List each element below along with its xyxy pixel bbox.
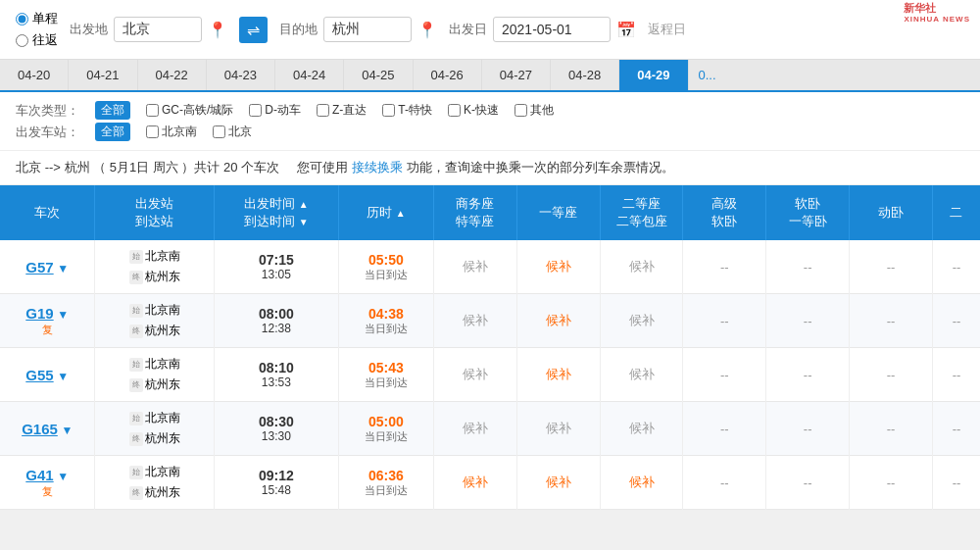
train-type-label: 车次类型： [16,102,79,120]
shang-value-2: 候补 [463,367,488,381]
route-weekday: 周六 [153,160,178,175]
train-dropdown-icon-0[interactable]: ▼ [57,262,69,275]
train-num-G55[interactable]: G55 [25,367,53,383]
er-cell-2[interactable]: 候补 [600,348,683,402]
ruanwo-cell-2: -- [766,348,850,402]
from-station-name-1: 北京南 [145,302,180,319]
to-label: 目的地 [279,21,318,38]
to-input[interactable] [323,17,412,42]
yi-cell-3[interactable]: 候补 [516,402,600,456]
dongwo-cell-2: -- [850,348,933,402]
date-tab-0420[interactable]: 04-20 [0,60,69,90]
train-dropdown-icon-3[interactable]: ▼ [61,424,73,437]
date-tab-0426[interactable]: 04-26 [414,60,482,90]
single-trip-option[interactable]: 单程 [16,10,58,27]
shang-value-4: 候补 [463,475,488,489]
dongwo-value-3: -- [887,422,896,436]
date-tab-0424[interactable]: 04-24 [275,60,344,90]
yi-value-1: 候补 [546,313,571,327]
d-filter[interactable]: D-动车 [249,102,301,119]
beijing-filter[interactable]: 北京 [213,124,252,140]
er-cell-0[interactable]: 候补 [600,240,683,294]
date-tab-0429[interactable]: 04-29 [619,60,688,90]
train-cell-4: G41 ▼ 复 [0,456,95,510]
train-num-G41[interactable]: G41 [25,467,53,483]
train-num-G19[interactable]: G19 [25,305,53,322]
yi-cell-0[interactable]: 候补 [516,240,600,294]
yi-cell-2[interactable]: 候补 [516,348,600,402]
date-tab-0428[interactable]: 04-28 [551,60,619,90]
depart-time-2: 08:10 [220,360,332,375]
train-num-G165[interactable]: G165 [22,421,58,437]
date-tabs: 04-20 04-21 04-22 04-23 04-24 04-25 04-2… [0,60,980,92]
duration-note-4: 当日到达 [345,483,427,498]
from-station-icon-4: 始 [129,466,143,479]
t-filter[interactable]: T-特快 [382,102,432,119]
transfer-link[interactable]: 接续换乘 [352,160,403,175]
gaoji-cell-3: -- [683,402,766,456]
duration-note-2: 当日到达 [345,375,427,390]
train-type-filter-row: 车次类型： 全部 GC-高铁/城际 D-动车 Z-直达 T-特快 K-快速 其他 [16,101,964,120]
date-tab-0427[interactable]: 04-27 [482,60,551,90]
shang-cell-4[interactable]: 候补 [433,456,516,510]
shang-cell-0[interactable]: 候补 [433,240,516,294]
date-tab-0423[interactable]: 04-23 [207,60,275,90]
other-filter[interactable]: 其他 [514,102,554,119]
th-gaoji: 高级软卧 [683,185,766,240]
shang-cell-1[interactable]: 候补 [433,294,516,348]
table-row: G55 ▼ 始 北京南 终 杭州东 08:10 13:53 05:43 当日到达… [0,348,980,402]
swap-button[interactable]: ⇌ [239,17,268,43]
ruanwo-value-2: -- [804,368,812,382]
date-tab-0421[interactable]: 04-21 [69,60,137,90]
er-value-0: 候补 [629,259,655,274]
last-cell-3: -- [932,402,980,456]
route-tip2: 功能，查询途中换乘一次的部分列车余票情况。 [407,160,674,175]
xinhua-watermark: 新华社 XINHUA NEWS [904,2,970,25]
route-info: 北京 --> 杭州 （ 5月1日 周六 ）共计 20 个车次 您可使用 接续换乘… [0,151,980,185]
er-cell-3[interactable]: 候补 [600,402,683,456]
shang-value-1: 候补 [463,313,488,327]
er-cell-4[interactable]: 候补 [600,456,683,510]
th-station: 出发站到达站 [95,185,214,240]
from-input[interactable] [114,17,202,42]
train-tag-1: 复 [42,324,53,335]
beijing-south-filter[interactable]: 北京南 [146,124,197,140]
date-tab-more[interactable]: 0... [689,60,726,90]
table-header-row: 车次 出发站到达站 出发时间 ▲到达时间 ▼ 历时 ▲ 商务座特等座 一等座 二… [0,185,980,240]
train-dropdown-icon-1[interactable]: ▼ [57,308,69,322]
to-station-name-4: 杭州东 [145,484,180,501]
arrive-time-4: 15:48 [220,483,332,497]
shang-cell-3[interactable]: 候补 [433,402,516,456]
shang-value-3: 候补 [463,421,488,435]
yi-cell-4[interactable]: 候补 [516,456,600,510]
round-trip-option[interactable]: 往返 [16,31,58,49]
train-dropdown-icon-2[interactable]: ▼ [57,370,69,383]
dongwo-cell-1: -- [850,294,933,348]
yi-value-2: 候补 [546,367,571,381]
return-field-group: 返程日 [648,21,686,38]
to-station-icon-0: 终 [129,271,143,284]
gc-filter[interactable]: GC-高铁/城际 [146,102,233,119]
to-station-name-2: 杭州东 [145,376,180,393]
th-duration: 历时 ▲ [338,185,433,240]
er-cell-1[interactable]: 候补 [600,294,683,348]
route-date: 5月1日 [110,160,149,175]
from-field-group: 出发地 📍 [70,17,227,42]
all-train-type-tag[interactable]: 全部 [95,101,130,120]
arrive-time-3: 13:30 [220,429,332,443]
date-tab-0425[interactable]: 04-25 [344,60,413,90]
last-cell-1: -- [932,294,980,348]
train-dropdown-icon-4[interactable]: ▼ [57,470,69,483]
th-partial: 二 [932,185,980,240]
from-station-name-4: 北京南 [145,464,180,480]
to-station-icon-1: 终 [129,325,143,338]
ruanwo-cell-3: -- [766,402,850,456]
train-num-G57[interactable]: G57 [25,259,53,275]
shang-cell-2[interactable]: 候补 [433,348,516,402]
yi-cell-1[interactable]: 候补 [516,294,600,348]
date-input[interactable] [493,17,611,42]
k-filter[interactable]: K-快速 [448,102,499,119]
date-tab-0422[interactable]: 04-22 [138,60,207,90]
z-filter[interactable]: Z-直达 [317,102,367,119]
all-station-tag[interactable]: 全部 [95,123,130,141]
